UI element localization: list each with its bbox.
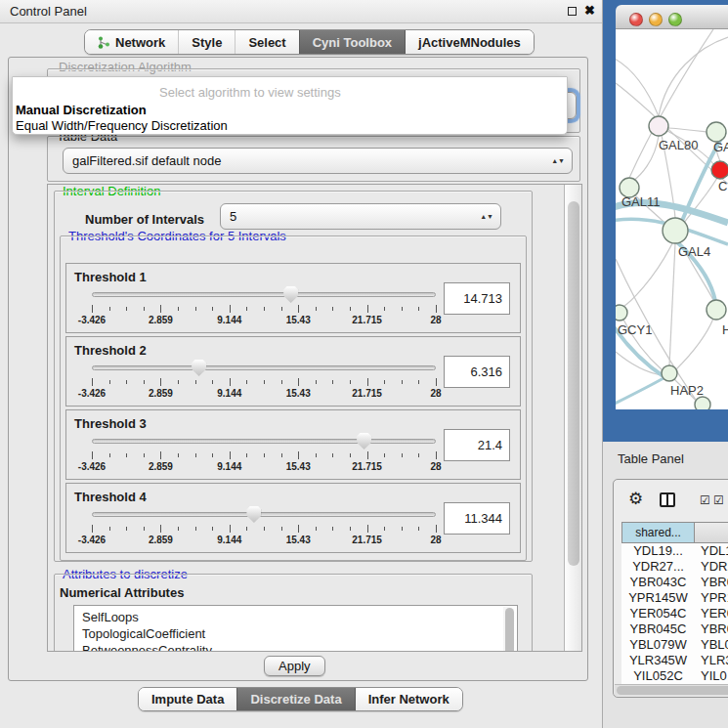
tab-label: Select bbox=[248, 35, 285, 50]
network-node[interactable] bbox=[616, 305, 627, 321]
threshold-value-field[interactable]: 14.713 bbox=[444, 282, 510, 315]
menu-item-manual-discretization[interactable]: Manual Discretization bbox=[16, 103, 147, 117]
threshold-slider[interactable] bbox=[92, 507, 436, 523]
table-horizontal-scrollbar[interactable] bbox=[615, 684, 728, 696]
tick-label: 28 bbox=[430, 535, 441, 545]
table-row[interactable]: YBR045CYBR0 bbox=[621, 621, 728, 637]
slider-thumb[interactable] bbox=[357, 433, 371, 450]
tab-style[interactable]: Style bbox=[178, 30, 235, 54]
tick-label: 28 bbox=[430, 388, 441, 399]
apply-button[interactable]: Apply bbox=[264, 656, 325, 676]
table-row[interactable]: YDR27...YDR2 bbox=[621, 559, 728, 575]
table-cell: YDL1 bbox=[695, 543, 728, 559]
menu-item-equal-width-frequency[interactable]: Equal Width/Frequency Discretization bbox=[16, 118, 228, 133]
network-edge bbox=[659, 37, 728, 116]
slider-thumb[interactable] bbox=[283, 286, 298, 303]
number-of-intervals-combobox[interactable]: 5 ▲▼ bbox=[220, 203, 501, 230]
table-cell: YDL19... bbox=[621, 543, 695, 559]
table-row[interactable]: YPR145WYPR1 bbox=[621, 590, 728, 606]
tick-label: 21.715 bbox=[352, 461, 382, 472]
table-row[interactable]: YBL079WYBL0 bbox=[621, 637, 728, 653]
table-cell: YDR27... bbox=[621, 559, 695, 575]
tick-label: 28 bbox=[430, 315, 441, 325]
tab-network[interactable]: Network bbox=[85, 30, 178, 54]
minimize-light[interactable] bbox=[649, 13, 663, 26]
node-label-gal80: GAL80 bbox=[659, 138, 698, 152]
network-node[interactable] bbox=[711, 161, 728, 179]
table-row[interactable]: YBR043CYBR0 bbox=[621, 575, 728, 590]
tab-cyni-toolbox[interactable]: Cyni Toolbox bbox=[299, 30, 405, 54]
table-row[interactable]: YER054CYER0 bbox=[621, 606, 728, 621]
table-row[interactable]: YDL19...YDL1 bbox=[621, 543, 728, 559]
popup-placeholder: Select algorithm to view settings bbox=[159, 85, 341, 100]
attribute-item-selfloops[interactable]: SelfLoops bbox=[74, 606, 517, 625]
table-data-combobox[interactable]: galFiltered.sif default node ▲▼ bbox=[63, 148, 573, 174]
slider-track[interactable] bbox=[92, 292, 436, 297]
numerical-attributes-list[interactable]: SelfLoopsTopologicalCoefficientBetweenne… bbox=[73, 605, 518, 652]
settings-scrollbar[interactable] bbox=[564, 185, 581, 651]
slider-track[interactable] bbox=[92, 439, 436, 444]
slider-thumb[interactable] bbox=[246, 506, 261, 523]
threshold-slider[interactable] bbox=[92, 434, 436, 450]
tab-select[interactable]: Select bbox=[235, 30, 298, 54]
table-cell: YER054C bbox=[621, 606, 695, 621]
close-light[interactable] bbox=[629, 13, 643, 26]
network-node[interactable] bbox=[662, 365, 677, 381]
network-node[interactable] bbox=[695, 397, 710, 409]
slider-track[interactable] bbox=[92, 512, 436, 517]
attribute-item-topologicalcoefficient[interactable]: TopologicalCoefficient bbox=[74, 625, 517, 642]
gear-icon[interactable]: ⚙ bbox=[628, 491, 643, 507]
network-node[interactable] bbox=[649, 116, 668, 136]
threshold-value-field[interactable]: 6.316 bbox=[444, 356, 510, 388]
split-columns-icon[interactable] bbox=[660, 492, 675, 507]
network-node[interactable] bbox=[663, 218, 688, 243]
tab-infer-network[interactable]: Infer Network bbox=[355, 688, 462, 710]
threshold-title: Threshold 3 bbox=[74, 416, 147, 431]
threshold-value-field[interactable]: 21.4 bbox=[444, 429, 510, 461]
table-cell: YPR1 bbox=[695, 590, 728, 606]
list-scrollbar[interactable] bbox=[503, 607, 516, 652]
table-cell: YLR3 bbox=[695, 653, 728, 668]
bottom-tab-bar: Impute DataDiscretize DataInfer Network bbox=[138, 687, 463, 711]
threshold-value-field[interactable]: 11.344 bbox=[444, 502, 510, 535]
screen: Control Panel ✖ NetworkStyleSelectCyni T… bbox=[0, 0, 728, 728]
number-of-intervals-value: 5 bbox=[230, 209, 236, 224]
network-window-titlebar[interactable] bbox=[616, 5, 728, 29]
network-edge bbox=[616, 378, 664, 406]
checkbox-checked-icon[interactable]: ☑ bbox=[713, 494, 724, 506]
network-node[interactable] bbox=[707, 122, 726, 142]
network-canvas[interactable]: GAL80GACGAL11GAL4GCY1HHAP2 bbox=[616, 29, 728, 409]
close-icon[interactable]: ✖ bbox=[584, 3, 595, 18]
node-label-hap2: HAP2 bbox=[670, 383, 704, 398]
table-row[interactable]: YIL052CYIL0 bbox=[621, 668, 728, 684]
threshold-slider[interactable] bbox=[92, 361, 436, 376]
network-view-window: GAL80GACGAL11GAL4GCY1HHAP2 bbox=[603, 0, 728, 442]
table-row[interactable]: YLR345WYLR3 bbox=[621, 653, 728, 668]
threshold-panel-1: Threshold 1-3.4262.8599.14415.4321.71528… bbox=[65, 263, 521, 333]
tick-label: 9.144 bbox=[217, 461, 241, 472]
tick-label: 9.144 bbox=[217, 315, 241, 325]
threshold-slider[interactable] bbox=[92, 287, 436, 303]
tick-label: 21.715 bbox=[352, 388, 382, 399]
tab-jactivemnodules[interactable]: jActiveMNodules bbox=[405, 30, 534, 54]
attribute-item-betweennesscentrality[interactable]: BetweennessCentrality bbox=[74, 642, 517, 652]
table-cell: YBR045C bbox=[621, 621, 695, 637]
slider-thumb[interactable] bbox=[192, 360, 206, 376]
tick-label: -3.426 bbox=[78, 315, 106, 325]
network-node[interactable] bbox=[707, 300, 726, 320]
column-header-0[interactable]: shared... bbox=[621, 522, 695, 543]
column-header-1[interactable]: na bbox=[695, 522, 728, 543]
checkbox-checked-icon[interactable]: ☑ bbox=[700, 494, 710, 506]
window-title: Control Panel bbox=[10, 4, 87, 19]
slider-track[interactable] bbox=[92, 365, 436, 370]
tab-discretize-data[interactable]: Discretize Data bbox=[236, 688, 354, 710]
tick-label: -3.426 bbox=[78, 461, 106, 472]
table-cell: YIL052C bbox=[621, 668, 695, 684]
node-label-ga: GA bbox=[713, 140, 728, 154]
settings-scrollbar-thumb[interactable] bbox=[568, 201, 579, 566]
network-edge bbox=[668, 128, 707, 132]
network-edge bbox=[669, 243, 675, 365]
tab-impute-data[interactable]: Impute Data bbox=[139, 688, 236, 710]
float-window-icon[interactable] bbox=[568, 7, 577, 16]
zoom-light[interactable] bbox=[668, 13, 682, 26]
